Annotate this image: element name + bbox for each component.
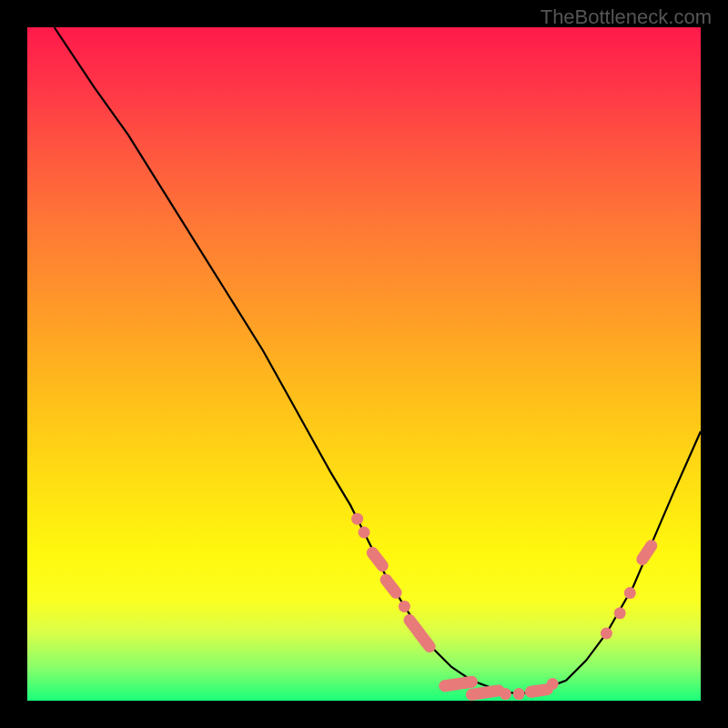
curve-marker-dot [500,688,511,700]
curve-marker-pill [386,580,396,592]
curve-marker-pill [372,553,382,566]
curve-markers [351,513,652,700]
curve-marker-dot [547,678,559,690]
curve-marker-pill [445,682,472,685]
curve-marker-dot [399,601,410,612]
curve-marker-dot [624,587,636,599]
curve-marker-pill [531,690,548,693]
bottleneck-curve [55,27,701,694]
curve-marker-pill [642,546,652,560]
curve-marker-dot [601,628,612,640]
plot-area [27,27,701,701]
curve-marker-pill [471,691,499,694]
curve-marker-dot [614,607,626,619]
curve-marker-pill [420,633,430,646]
chart-svg [27,27,701,701]
curve-marker-dot [513,688,525,700]
curve-marker-dot [351,513,363,525]
watermark-text: TheBottleneck.com [541,5,712,29]
curve-marker-dot [359,527,370,539]
